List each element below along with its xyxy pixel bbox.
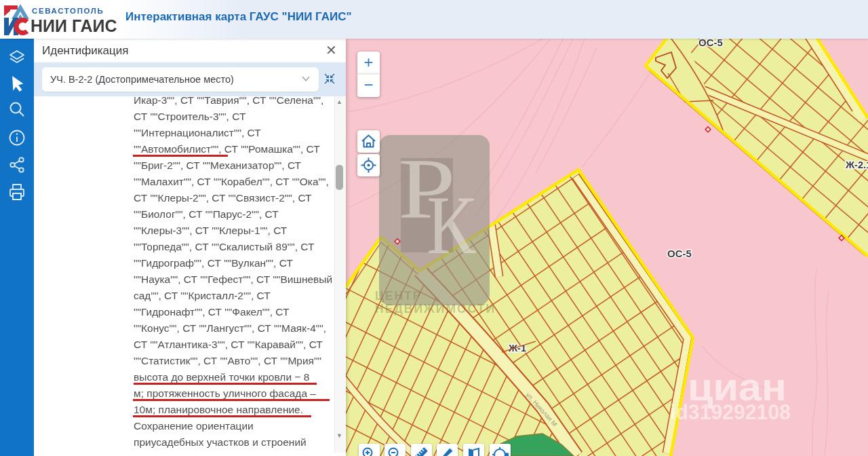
svg-text:Ж-2.1: Ж-2.1 [845,159,868,170]
svg-text:ОС-5: ОС-5 [667,248,692,259]
svg-text:Ж-1: Ж-1 [508,343,526,354]
svg-text:НЕДВИЖИМОСТИ: НЕДВИЖИМОСТИ [375,302,496,316]
svg-text:id319292108: id319292108 [670,400,791,424]
svg-text:К: К [427,179,476,271]
svg-text:ЦЕНТР: ЦЕНТР [375,289,422,303]
